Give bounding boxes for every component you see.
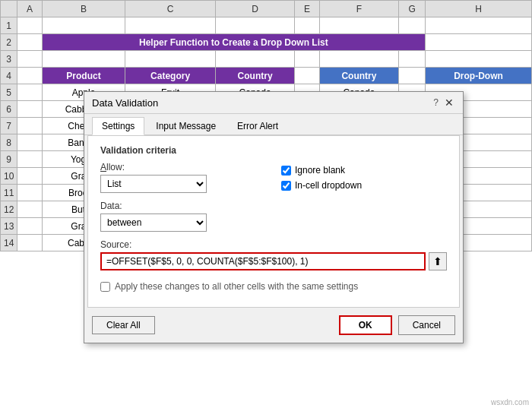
data-label: Data: (100, 201, 266, 211)
ok-button[interactable]: OK (339, 315, 392, 335)
source-row: ⬆ (100, 252, 447, 270)
ignore-blank-label: Ignore blank (295, 165, 345, 176)
header-category: Category (125, 68, 216, 84)
col-header-a: A (17, 1, 42, 17)
watermark: wsxdn.com (491, 398, 529, 406)
allow-label-text: Allow: (100, 162, 125, 172)
row-num-9: 9 (1, 151, 17, 168)
data-validation-dialog: Data Validation ? ✕ Settings Input Messa… (84, 91, 464, 343)
row-num-2: 2 (1, 34, 17, 51)
dialog-tabs: Settings Input Message Error Alert (84, 114, 463, 135)
data-select-row: between (100, 213, 266, 232)
row-num-12: 12 (1, 201, 17, 218)
data-select[interactable]: between (100, 213, 207, 232)
row-num-8: 8 (1, 134, 17, 151)
allow-label: Allow: (100, 162, 266, 172)
apply-changes-checkbox[interactable] (100, 282, 110, 292)
dialog-footer: Clear All OK Cancel (84, 311, 463, 343)
header-dropdown: Drop-Down (426, 68, 532, 84)
validation-criteria-label: Validation criteria (100, 145, 447, 156)
col-header-b: B (42, 1, 125, 17)
footer-right-buttons: OK Cancel (339, 315, 455, 335)
dialog-controls: ? ✕ (433, 96, 455, 109)
row-num-5: 5 (1, 84, 17, 101)
dialog-titlebar: Data Validation ? ✕ (84, 92, 463, 114)
dialog-close-button[interactable]: ✕ (443, 96, 455, 109)
col-header-h: H (426, 1, 532, 17)
in-cell-dropdown-label: In-cell dropdown (295, 180, 362, 191)
col-header-e: E (295, 1, 319, 17)
ignore-blank-checkbox[interactable] (281, 166, 291, 176)
header-country: Country (215, 68, 294, 84)
title-cell: Helper Function to Create a Drop Down Li… (42, 34, 425, 51)
header-product: Product (42, 68, 125, 84)
allow-select-row: List (100, 175, 266, 193)
ignore-blank-row: Ignore blank (281, 165, 447, 176)
col-header-g: G (399, 1, 426, 17)
dialog-title: Data Validation (92, 97, 158, 109)
row-num-14: 14 (1, 235, 17, 251)
source-input[interactable] (100, 252, 426, 270)
criteria-row: Allow: List Data: between (100, 162, 447, 239)
col-header-c: C (125, 1, 216, 17)
col-header-f: F (319, 1, 398, 17)
dialog-body: Validation criteria Allow: List Data: be… (87, 135, 460, 308)
left-col: Allow: List Data: between (100, 162, 266, 239)
source-collapse-button[interactable]: ⬆ (429, 252, 447, 270)
allow-select[interactable]: List (100, 175, 207, 193)
right-col: Ignore blank In-cell dropdown (281, 162, 447, 195)
cancel-button[interactable]: Cancel (398, 315, 455, 335)
tab-input-message[interactable]: Input Message (146, 117, 226, 134)
row-num-3: 3 (1, 51, 17, 68)
clear-all-button[interactable]: Clear All (92, 316, 155, 334)
row-num-4: 4 (1, 68, 17, 84)
header-country-f: Country (319, 68, 398, 84)
row-num-7: 7 (1, 118, 17, 134)
row-num-1: 1 (1, 17, 17, 34)
row-num-13: 13 (1, 218, 17, 235)
row-num-11: 11 (1, 185, 17, 201)
row-num-6: 6 (1, 101, 17, 118)
tab-error-alert[interactable]: Error Alert (227, 117, 288, 134)
dialog-help-button[interactable]: ? (433, 97, 439, 108)
apply-checkbox-row: Apply these changes to all other cells w… (100, 281, 447, 292)
row-num-10: 10 (1, 168, 17, 185)
col-header-d: D (215, 1, 294, 17)
source-label: Source: (100, 239, 447, 250)
apply-changes-label: Apply these changes to all other cells w… (115, 281, 358, 292)
col-header-row-num (1, 1, 17, 17)
in-cell-dropdown-row: In-cell dropdown (281, 180, 447, 191)
in-cell-dropdown-checkbox[interactable] (281, 181, 291, 191)
tab-settings[interactable]: Settings (92, 117, 144, 135)
